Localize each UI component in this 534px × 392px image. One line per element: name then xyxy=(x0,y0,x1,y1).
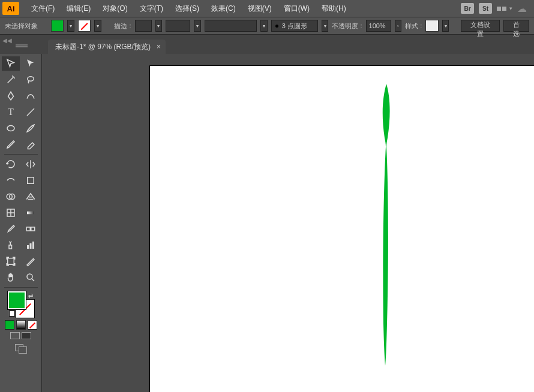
brush-definition[interactable] xyxy=(205,20,257,32)
stroke-weight-input[interactable] xyxy=(135,20,152,32)
pen-tool[interactable] xyxy=(2,89,20,103)
menu-file[interactable]: 文件(F) xyxy=(25,4,61,14)
selection-tool[interactable] xyxy=(2,56,20,71)
stroke-dropdown[interactable]: ▾ xyxy=(94,20,101,32)
document-tab-title: 未标题-1* @ 97% (RGB/预览) xyxy=(55,42,151,52)
eraser-tool[interactable] xyxy=(22,137,40,152)
sync-icon[interactable]: ☁ xyxy=(517,3,527,14)
stroke-label: 描边 : xyxy=(114,22,131,31)
brush-style-select[interactable]: 3 点圆形 xyxy=(271,20,318,32)
curvature-tool[interactable] xyxy=(22,89,40,103)
stock-icon[interactable]: St xyxy=(479,3,492,14)
opacity-label: 不透明度 : xyxy=(332,22,362,31)
workspace-switcher[interactable]: ▾ xyxy=(497,5,512,11)
slice-tool[interactable] xyxy=(22,254,40,269)
rotate-tool[interactable] xyxy=(2,157,20,171)
menubar: Ai 文件(F) 编辑(E) 对象(O) 文字(T) 选择(S) 效果(C) 视… xyxy=(0,0,534,17)
brush-style-label: 3 点圆形 xyxy=(282,22,307,31)
canvas-area[interactable] xyxy=(42,54,534,392)
stroke-profile-dropdown[interactable]: ▾ xyxy=(194,20,201,32)
free-transform-tool[interactable] xyxy=(22,173,40,188)
menu-object[interactable]: 对象(O) xyxy=(97,4,133,14)
column-graph-tool[interactable] xyxy=(22,238,40,252)
menu-type[interactable]: 文字(T) xyxy=(134,4,169,14)
stroke-profile[interactable] xyxy=(166,20,190,32)
menu-edit[interactable]: 编辑(E) xyxy=(61,4,97,14)
ellipse-tool[interactable] xyxy=(2,121,20,135)
svg-rect-9 xyxy=(9,245,12,249)
close-tab-icon[interactable]: × xyxy=(157,43,161,51)
pencil-tool[interactable] xyxy=(2,137,20,152)
document-tab[interactable]: 未标题-1* @ 97% (RGB/预览) × xyxy=(48,40,166,54)
svg-point-14 xyxy=(27,274,32,279)
svg-rect-10 xyxy=(27,245,29,249)
graphic-style-dropdown[interactable]: ▾ xyxy=(442,20,449,32)
reflect-tool[interactable] xyxy=(22,157,40,171)
artboard[interactable] xyxy=(150,66,534,392)
brush-dropdown[interactable]: ▾ xyxy=(260,20,268,32)
menu-effect[interactable]: 效果(C) xyxy=(205,4,242,14)
brush-style-dropdown[interactable]: ▾ xyxy=(322,20,329,32)
eyedropper-tool[interactable] xyxy=(2,222,20,236)
screen-mode-normal[interactable] xyxy=(10,332,20,339)
menu-view[interactable]: 视图(V) xyxy=(242,4,278,14)
svg-rect-12 xyxy=(32,242,34,249)
panel-collapse-icon[interactable]: ◀◀ xyxy=(2,37,12,44)
blend-tool[interactable] xyxy=(22,222,40,236)
menu-select[interactable]: 选择(S) xyxy=(169,4,205,14)
default-fill-stroke-icon[interactable] xyxy=(9,310,15,316)
color-mode-none[interactable] xyxy=(28,320,37,330)
svg-rect-11 xyxy=(30,243,32,249)
bridge-icon[interactable]: Br xyxy=(461,3,474,14)
svg-rect-8 xyxy=(31,227,35,231)
document-tab-bar: 未标题-1* @ 97% (RGB/预览) × xyxy=(0,35,534,54)
paintbrush-tool[interactable] xyxy=(22,121,40,135)
style-label: 样式 : xyxy=(405,22,422,31)
svg-rect-7 xyxy=(26,227,30,231)
lasso-tool[interactable] xyxy=(22,73,40,87)
svg-point-0 xyxy=(28,77,34,82)
control-bar: 未选择对象 ▾ ▾ 描边 : ▾ ▾ ▾ 3 点圆形 ▾ 不透明度 : › 样式… xyxy=(0,17,534,35)
symbol-sprayer-tool[interactable] xyxy=(2,238,20,252)
color-mode-solid[interactable] xyxy=(5,320,14,330)
svg-rect-13 xyxy=(8,258,14,265)
direct-selection-tool[interactable] xyxy=(22,56,40,71)
gradient-tool[interactable] xyxy=(22,206,40,220)
zoom-tool[interactable] xyxy=(22,270,40,285)
draw-mode-icon[interactable] xyxy=(15,344,27,354)
app-logo: Ai xyxy=(2,2,19,15)
artwork-leaf-shape[interactable] xyxy=(379,84,394,366)
mesh-tool[interactable] xyxy=(2,206,20,220)
line-tool[interactable] xyxy=(22,105,40,119)
fill-swatch[interactable] xyxy=(8,291,26,309)
perspective-grid-tool[interactable] xyxy=(22,189,40,204)
panel-grip-icon[interactable] xyxy=(16,44,28,48)
stroke-weight-dropdown[interactable]: ▾ xyxy=(155,20,163,32)
artboard-tool[interactable] xyxy=(2,254,20,269)
menu-window[interactable]: 窗口(W) xyxy=(278,4,316,14)
shape-builder-tool[interactable] xyxy=(2,189,20,204)
opacity-input[interactable] xyxy=(366,20,391,32)
fill-color-swatch[interactable] xyxy=(51,20,64,32)
tools-panel: T ⇄ xyxy=(0,54,42,392)
svg-point-1 xyxy=(7,126,14,131)
fill-dropdown[interactable]: ▾ xyxy=(67,20,74,32)
graphic-style-swatch[interactable] xyxy=(425,20,438,32)
width-tool[interactable] xyxy=(2,173,20,188)
fill-stroke-indicator[interactable]: ⇄ xyxy=(8,291,34,318)
svg-rect-6 xyxy=(27,212,34,215)
hand-tool[interactable] xyxy=(2,270,20,285)
stroke-color-swatch[interactable] xyxy=(78,20,91,32)
screen-mode-full[interactable] xyxy=(22,332,31,339)
document-setup-button[interactable]: 文档设置 xyxy=(461,20,500,32)
type-tool[interactable]: T xyxy=(2,105,20,119)
magic-wand-tool[interactable] xyxy=(2,73,20,87)
svg-rect-2 xyxy=(28,177,34,184)
opacity-dropdown[interactable]: › xyxy=(395,20,402,32)
color-mode-gradient[interactable] xyxy=(16,320,26,330)
menu-help[interactable]: 帮助(H) xyxy=(316,4,352,14)
selection-status: 未选择对象 xyxy=(5,22,38,31)
preferences-button[interactable]: 首选 xyxy=(503,20,529,32)
swap-fill-stroke-icon[interactable]: ⇄ xyxy=(28,293,33,299)
